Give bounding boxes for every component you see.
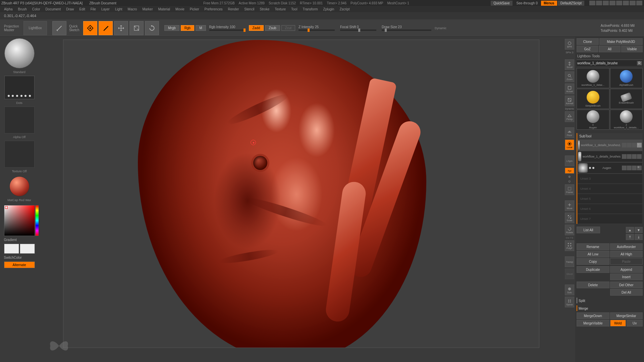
m-button[interactable]: M (196, 25, 206, 31)
window-icon[interactable] (616, 1, 622, 5)
menu-alpha[interactable]: Alpha (4, 7, 13, 11)
zadd-button[interactable]: Zadd (249, 25, 264, 31)
subtool-empty[interactable]: Unset 7 (577, 214, 643, 224)
del-all-button[interactable]: Del All (610, 289, 643, 296)
tool-slot[interactable]: EraserBrush (610, 89, 643, 109)
window-min-icon[interactable] (623, 1, 629, 5)
xyz-button[interactable]: Xyz (565, 168, 574, 174)
menu-stroke[interactable]: Stroke (260, 7, 269, 11)
insert-button[interactable]: Insert (610, 274, 643, 280)
window-icon[interactable] (596, 1, 602, 5)
zcut-button[interactable]: Zcut (281, 25, 295, 31)
floor-button[interactable]: Floor (565, 127, 574, 138)
stroke-thumbnail[interactable] (4, 76, 35, 99)
aahalf-button[interactable]: AAHalf (565, 96, 574, 106)
local-button[interactable]: Local (565, 139, 574, 150)
menus-button[interactable]: Menus (541, 1, 557, 6)
menu-color[interactable]: Color (32, 7, 40, 11)
z-intensity-slider[interactable]: Z Intensity 25 (297, 25, 337, 31)
merge-down-button[interactable]: MergeDown (577, 312, 609, 319)
menu-material[interactable]: Material (158, 7, 170, 11)
goz-button[interactable]: GoZ (577, 46, 598, 52)
xpose-button[interactable]: Xpose (565, 297, 574, 307)
current-tool-name[interactable]: workflow_1_details_brushe R (577, 60, 643, 66)
paste-button[interactable]: Paste (610, 258, 643, 265)
frame-button[interactable]: Frame (565, 184, 574, 195)
menu-light[interactable]: Light (115, 7, 122, 11)
dynamic-label[interactable]: Dynamic (435, 26, 446, 30)
lightbox-tools-header[interactable]: Lightbox› Tools (577, 53, 643, 60)
gradient-label[interactable]: Gradient (4, 237, 35, 242)
move-up-button[interactable]: ▲ (626, 227, 634, 233)
alternate-button[interactable]: Alternate (4, 261, 35, 268)
switch-color-button[interactable]: SwitchColor (4, 255, 35, 260)
lightbox-button[interactable]: LightBox (23, 21, 47, 35)
bpr-button[interactable]: BPR (565, 39, 574, 50)
append-button[interactable]: Append (610, 266, 643, 273)
subtool-item[interactable]: Augen 👁 (577, 162, 643, 174)
tool-slot[interactable]: 2workflow_1_details... (610, 110, 643, 130)
move-button[interactable] (114, 21, 128, 35)
split-header[interactable]: Split (577, 298, 643, 303)
move-bottom-button[interactable]: ⤓ (635, 234, 643, 240)
quick-sketch-button[interactable] (52, 21, 66, 35)
window-max-icon[interactable] (630, 1, 636, 5)
menu-picker[interactable]: Picker (190, 7, 199, 11)
ghost-button[interactable]: Ghost (565, 268, 574, 279)
rgb-intensity-slider[interactable]: Rgb Intensity 100 (207, 25, 248, 31)
rename-button[interactable]: Rename (577, 243, 609, 250)
edit-button[interactable] (83, 21, 97, 35)
actual-button[interactable]: Actual (565, 83, 574, 94)
merge-similar-button[interactable]: MergeSimilar (610, 312, 643, 319)
autoreorder-button[interactable]: AutoReorder (610, 243, 643, 250)
material-thumbnail[interactable] (9, 176, 30, 196)
solo-button[interactable]: Solo (565, 285, 574, 295)
scale-button[interactable] (129, 21, 144, 35)
menu-marker[interactable]: Marker (142, 7, 153, 11)
scroll-button[interactable]: Scroll (565, 59, 574, 70)
menu-file[interactable]: File (91, 7, 96, 11)
tool-slot[interactable]: workflow_1_detai... (577, 68, 609, 88)
menu-document[interactable]: Document (46, 7, 61, 11)
scale-nav-button[interactable]: Scale (565, 213, 574, 223)
window-icon[interactable] (609, 1, 615, 5)
uv-button[interactable]: Uv (627, 320, 643, 326)
tool-slot[interactable]: 4Augen (577, 110, 609, 130)
tool-slot[interactable]: AlphaBrush (610, 68, 643, 88)
delete-button[interactable]: Delete (577, 282, 609, 288)
lsym-button[interactable]: LSym (565, 156, 574, 166)
brush-thumbnail[interactable] (4, 38, 35, 68)
menu-brush[interactable]: Brush (18, 7, 27, 11)
subtool-empty[interactable]: Unset 3 (577, 174, 643, 184)
move-top-button[interactable]: ⤒ (626, 234, 634, 240)
menu-zplugin[interactable]: Zplugin (323, 7, 334, 11)
spix-slider[interactable]: SPix 3 (566, 51, 573, 54)
draw-button[interactable] (99, 21, 113, 35)
move-nav-button[interactable]: Move (565, 200, 574, 211)
move-down-button[interactable]: ▼ (635, 227, 643, 233)
alpha-thumbnail[interactable] (4, 107, 35, 133)
all-low-button[interactable]: All Low (577, 251, 609, 257)
goz-all-button[interactable]: All (599, 46, 620, 52)
window-icon[interactable] (589, 1, 595, 5)
tool-slot[interactable]: SimpleBrush (577, 89, 609, 109)
window-close-icon[interactable] (636, 1, 642, 5)
subtool-empty[interactable]: Unset 4 (577, 184, 643, 194)
projection-master-button[interactable]: Projection Master (3, 21, 22, 35)
persp-button[interactable]: Persp (565, 111, 574, 122)
mrgb-button[interactable]: Mrgb (164, 25, 179, 31)
duplicate-button[interactable]: Duplicate (577, 266, 609, 273)
draw-size-slider[interactable]: Draw Size 23 (380, 25, 433, 31)
clone-button[interactable]: Clone (577, 38, 599, 45)
copy-button[interactable]: Copy (577, 258, 609, 265)
all-high-button[interactable]: All High (610, 251, 643, 257)
see-through-slider[interactable]: See-through 0 (517, 1, 538, 5)
focal-shift-slider[interactable]: Focal Shift 0 (338, 25, 378, 31)
transp-button[interactable]: Transp (565, 256, 574, 267)
menu-macro[interactable]: Macro (128, 7, 137, 11)
menu-render[interactable]: Render (228, 7, 239, 11)
quicksave-button[interactable]: QuickSave (491, 1, 512, 6)
viewport[interactable] (63, 40, 539, 348)
rgb-button[interactable]: Rgb (181, 25, 194, 31)
texture-thumbnail[interactable] (4, 141, 35, 168)
